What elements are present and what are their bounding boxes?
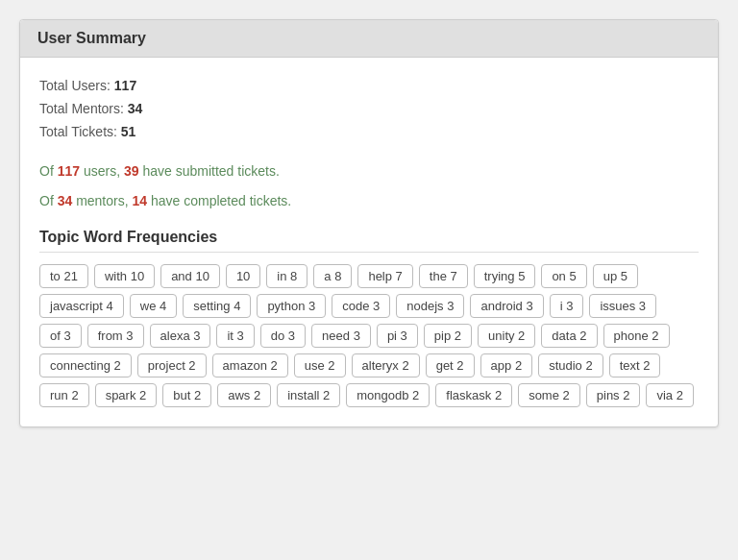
- tag-item: code 3: [332, 294, 390, 318]
- s1-num1: 117: [58, 163, 80, 179]
- tag-item: we 4: [130, 294, 177, 318]
- tag-item: trying 5: [474, 264, 536, 288]
- tag-item: but 2: [162, 383, 211, 407]
- tag-item: it 3: [216, 324, 254, 348]
- tag-item: run 2: [39, 383, 89, 407]
- tag-item: i 3: [550, 294, 584, 318]
- tag-item: data 2: [541, 324, 597, 348]
- tag-item: 10: [226, 264, 260, 288]
- tag-item: app 2: [480, 353, 533, 377]
- total-tickets-value: 51: [121, 124, 136, 139]
- tag-item: text 2: [609, 353, 661, 377]
- tag-item: via 2: [646, 383, 693, 407]
- card-body: Total Users: 117 Total Mentors: 34 Total…: [20, 58, 718, 426]
- tag-item: javascript 4: [39, 294, 124, 318]
- tag-item: nodejs 3: [396, 294, 464, 318]
- total-users-line: Total Users: 117: [39, 75, 699, 98]
- tag-item: the 7: [419, 264, 468, 288]
- tag-item: install 2: [277, 383, 340, 407]
- total-tickets-label: Total Tickets:: [39, 124, 121, 139]
- total-mentors-label: Total Mentors:: [39, 101, 128, 116]
- tag-item: unity 2: [478, 324, 535, 348]
- tag-item: up 5: [593, 264, 638, 288]
- tag-item: to 21: [39, 264, 88, 288]
- tag-item: pi 3: [377, 324, 418, 348]
- s1-prefix: Of: [39, 163, 58, 179]
- total-users-value: 117: [114, 78, 136, 93]
- tag-item: alteryx 2: [352, 353, 420, 377]
- s2-prefix: Of: [39, 193, 58, 208]
- tag-item: of 3: [39, 324, 82, 348]
- card-header: User Summary: [20, 20, 718, 58]
- tag-item: pip 2: [424, 324, 472, 348]
- tag-item: some 2: [518, 383, 580, 407]
- s1-mid: users,: [80, 163, 124, 179]
- s1-num2: 39: [124, 163, 139, 179]
- tag-item: python 3: [257, 294, 326, 318]
- tag-item: do 3: [260, 324, 306, 348]
- total-tickets-line: Total Tickets: 51: [39, 121, 699, 144]
- tag-item: project 2: [137, 353, 207, 377]
- tag-item: on 5: [541, 264, 586, 288]
- s2-suffix: have completed tickets.: [147, 193, 291, 208]
- tag-item: and 10: [160, 264, 220, 288]
- user-summary-card: User Summary Total Users: 117 Total Ment…: [19, 19, 719, 427]
- s2-num2: 14: [133, 193, 148, 208]
- s2-num1: 34: [58, 193, 73, 208]
- tag-item: alexa 3: [150, 324, 211, 348]
- tag-item: amazon 2: [212, 353, 288, 377]
- tag-item: studio 2: [538, 353, 603, 377]
- topic-section-title: Topic Word Frequencies: [39, 229, 699, 253]
- users-submitted-sentence: Of 117 users, 39 have submitted tickets.: [39, 160, 699, 182]
- s2-mid: mentors,: [72, 193, 132, 208]
- tag-item: from 3: [87, 324, 144, 348]
- tag-item: android 3: [470, 294, 543, 318]
- total-mentors-line: Total Mentors: 34: [39, 98, 699, 121]
- summary-stats: Total Users: 117 Total Mentors: 34 Total…: [39, 75, 699, 143]
- tag-item: flaskask 2: [435, 383, 512, 407]
- tag-item: phone 2: [603, 324, 670, 348]
- total-users-label: Total Users:: [39, 78, 114, 93]
- tag-item: need 3: [311, 324, 371, 348]
- tags-container: to 21with 10and 1010in 8a 8help 7the 7tr…: [39, 264, 699, 407]
- tag-item: get 2: [426, 353, 475, 377]
- tag-item: mongodb 2: [346, 383, 430, 407]
- tag-item: setting 4: [183, 294, 251, 318]
- s1-suffix: have submitted tickets.: [139, 163, 280, 179]
- tag-item: a 8: [313, 264, 352, 288]
- total-mentors-value: 34: [128, 101, 143, 116]
- tag-item: pins 2: [586, 383, 641, 407]
- tag-item: connecting 2: [39, 353, 132, 377]
- tag-item: use 2: [294, 353, 346, 377]
- tag-item: aws 2: [217, 383, 271, 407]
- tag-item: help 7: [357, 264, 412, 288]
- card-title: User Summary: [37, 30, 701, 47]
- mentors-completed-sentence: Of 34 mentors, 14 have completed tickets…: [39, 190, 699, 211]
- tag-item: spark 2: [95, 383, 158, 407]
- tag-item: in 8: [266, 264, 308, 288]
- tag-item: with 10: [94, 264, 155, 288]
- tag-item: issues 3: [589, 294, 656, 318]
